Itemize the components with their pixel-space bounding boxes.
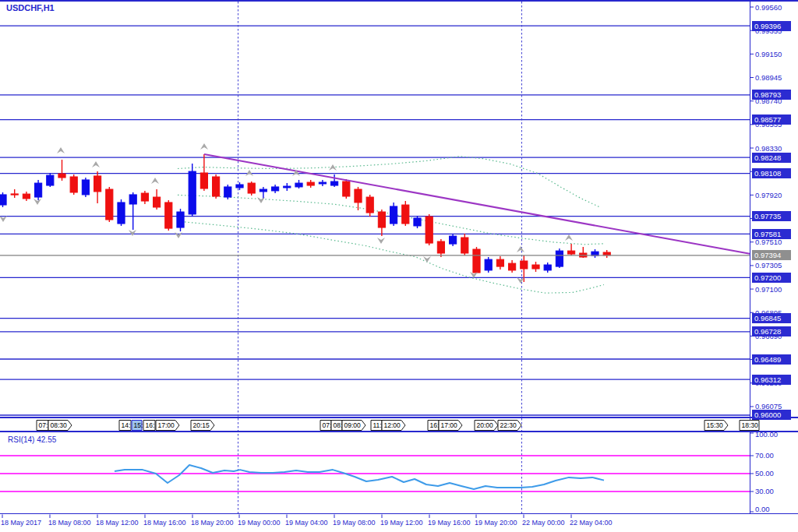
time-marker-label: 07:	[323, 421, 332, 429]
date-label: 18 May 12:00	[96, 519, 139, 527]
time-marker-label: 20:15	[193, 421, 210, 429]
rsi-scale-label: 70.00	[755, 451, 774, 460]
date-label: 19 May 12:00	[380, 519, 423, 527]
time-marker-label: 16:	[430, 421, 440, 429]
price-tick-label: 0.97920	[755, 190, 782, 200]
trendline	[204, 154, 750, 254]
date-label: 19 May 20:00	[475, 519, 517, 527]
candle	[224, 187, 231, 197]
price-level-label: 0.97581	[752, 229, 791, 239]
candle	[82, 180, 89, 195]
candle	[118, 203, 125, 224]
date-label: 18 May 20:00	[191, 519, 234, 527]
time-marker-label: 11:	[373, 421, 382, 429]
chart-plot-area[interactable]: 07:08:3014:15:16:17:0020:1507:08:09:0011…	[0, 0, 798, 532]
candle	[129, 195, 136, 204]
candle	[94, 176, 101, 192]
time-marker-label: 17:00	[441, 421, 458, 429]
candle	[213, 177, 220, 196]
candle	[47, 175, 54, 185]
fractal-down-icon	[377, 238, 385, 244]
price-level-label: 0.96489	[752, 354, 791, 365]
price-level-label: 0.96312	[752, 375, 791, 385]
candle	[425, 217, 433, 243]
rsi-scale-label: 50.00	[755, 469, 774, 478]
price-level-label: 0.98248	[752, 153, 791, 163]
fractal-down-icon	[257, 197, 265, 203]
candle	[450, 236, 457, 244]
fractal-up-icon	[151, 178, 159, 184]
date-label: 19 May 00:00	[238, 519, 281, 527]
candle	[284, 186, 291, 188]
price-tick-label: 0.97100	[755, 284, 782, 294]
candle	[461, 238, 468, 253]
current-price-box: 0.97394	[752, 250, 791, 260]
candle	[295, 183, 302, 187]
price-tick-label: 0.99150	[755, 49, 782, 59]
candle	[200, 173, 207, 188]
candle	[106, 189, 113, 220]
band-curve-upper	[178, 157, 600, 207]
time-marker-label: 07:	[39, 421, 48, 429]
rsi-indicator-label: RSI(14) 42.55	[8, 435, 56, 444]
candle	[189, 171, 196, 214]
date-label: 22 May 04:00	[570, 519, 613, 527]
date-label: 18 May 16:00	[143, 519, 186, 527]
time-marker-label: 08:	[334, 421, 343, 429]
candle	[23, 194, 30, 199]
time-marker-label: 18:30	[742, 421, 759, 429]
candle	[556, 251, 563, 266]
date-label: 18 May 08:00	[48, 519, 91, 527]
candle	[11, 194, 18, 195]
price-tick-label: 0.98945	[755, 72, 782, 83]
candle	[568, 251, 575, 254]
rsi-line	[115, 465, 604, 489]
candle	[473, 249, 480, 273]
time-marker-label: 20:00	[477, 421, 494, 429]
fractal-down-icon	[175, 232, 182, 238]
time-marker-label: 15:	[134, 421, 143, 429]
candle	[260, 189, 267, 192]
price-level-label: 0.96728	[752, 326, 791, 336]
price-level-label: 0.98577	[752, 115, 791, 125]
time-marker-label: 16:	[146, 421, 155, 429]
candle	[402, 205, 409, 224]
price-level-label: 0.98108	[752, 168, 791, 178]
candle	[544, 265, 551, 270]
price-level-label: 0.96000	[752, 410, 791, 420]
rsi-scale-label: 30.00	[755, 487, 774, 496]
fractal-up-icon	[57, 147, 65, 153]
candle	[331, 181, 338, 185]
candle	[366, 197, 373, 213]
price-level-label: 0.99396	[752, 21, 791, 31]
time-marker-label: 22:30	[500, 421, 517, 429]
symbol-label: USDCHF,H1	[6, 3, 55, 12]
candle	[414, 218, 421, 226]
time-marker-label: 17:00	[158, 421, 175, 429]
fractal-down-icon	[34, 199, 41, 205]
date-label: 19 May 16:00	[428, 519, 471, 527]
candle	[307, 182, 314, 185]
candle	[496, 259, 503, 266]
candle	[378, 212, 385, 227]
candle	[532, 265, 539, 269]
date-label: 19 May 04:00	[285, 519, 328, 527]
candle	[437, 241, 444, 253]
rsi-scale-label: 0.00	[755, 505, 770, 514]
candle	[248, 183, 255, 193]
time-marker-label: 15:30	[707, 421, 724, 429]
date-label: 22 May 00:00	[522, 519, 565, 527]
fractal-up-icon	[517, 246, 524, 252]
band-curve-lower	[178, 221, 604, 293]
candle	[319, 182, 326, 184]
date-label: 18 May 2017	[1, 519, 41, 527]
fractal-up-icon	[92, 161, 100, 167]
time-marker-label: 14:	[122, 421, 131, 429]
fractal-up-icon	[200, 143, 208, 150]
candle	[236, 185, 243, 188]
candle	[521, 261, 528, 269]
time-marker-label: 08:30	[51, 421, 68, 429]
fractal-down-icon	[517, 277, 524, 284]
price-level-label: 0.96845	[752, 313, 791, 323]
candle	[165, 203, 172, 228]
